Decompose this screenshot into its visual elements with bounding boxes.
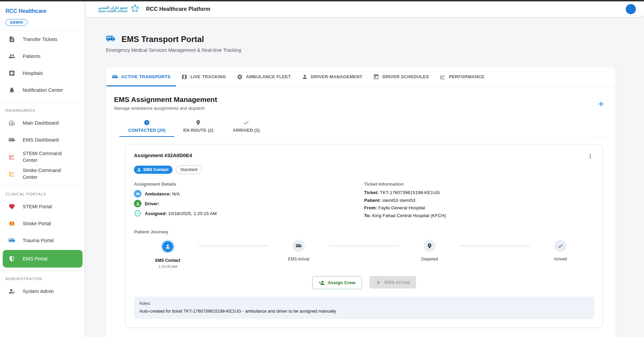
ambulance-icon	[8, 237, 15, 244]
ticket-value: TKT-1760739615198-KE1UG	[380, 190, 440, 195]
section-subtitle: Manage ambulance assignments and dispatc…	[114, 106, 607, 111]
patient-row: Patient: stemi53 stemi53	[364, 198, 595, 203]
ambulance-row: Ambulance: N/A	[134, 190, 364, 197]
sidebar-item-main-dashboard[interactable]: Main Dashboard	[0, 114, 85, 131]
sidebar-item-transfer-tickets[interactable]: Transfer Tickets	[0, 31, 85, 48]
sidebar-item-label: STEMI Portal	[23, 203, 52, 210]
ticket-row: Ticket: TKT-1760739615198-KE1UG	[364, 190, 595, 195]
sidebar-item-stroke-portal[interactable]: Stroke Portal	[0, 215, 85, 232]
user-avatar[interactable]	[626, 4, 636, 14]
tab-label: ACTIVE TRANSPORTS	[121, 74, 170, 79]
ambulance-icon	[8, 136, 15, 143]
driver-label: Driver:	[145, 201, 160, 206]
clock-icon	[134, 210, 141, 217]
play-icon	[375, 279, 382, 286]
sidebar-item-stemi-portal[interactable]: STEMI Portal	[0, 198, 85, 215]
status-badge: EMS Contact	[134, 166, 172, 174]
page-title: EMS Transport Portal	[121, 35, 204, 44]
journey-step-time: 1:25:00 AM	[158, 265, 177, 269]
person-add-icon	[319, 280, 325, 286]
priority-badge: Standard	[176, 165, 202, 174]
sidebar: RCC Healthcare ADMIN Transfer Tickets Pa…	[0, 1, 85, 337]
tab-contacted[interactable]: CONTACTED (20)	[119, 116, 174, 137]
tab-performance[interactable]: PERFORMANCE	[434, 67, 490, 86]
ems-arrival-button[interactable]: EMS Arrival	[369, 276, 416, 289]
tab-active-transports[interactable]: ACTIVE TRANSPORTS	[107, 67, 176, 86]
to-row: To: King Fahad Central Hospital (KFCH)	[364, 213, 595, 218]
sidebar-item-stemi-command-center[interactable]: STEMI Command Center	[0, 148, 85, 165]
journey-connector	[329, 246, 399, 246]
sidebar-item-stroke-command-center[interactable]: Stroke Command Center	[0, 165, 85, 182]
chart-icon	[440, 74, 446, 80]
ems-arrival-label: EMS Arrival	[385, 280, 410, 285]
person-icon	[302, 74, 308, 80]
assignment-title: Assignment #32A0D0E4	[134, 152, 192, 158]
people-icon	[8, 53, 15, 60]
sidebar-brand[interactable]: RCC Healthcare	[0, 1, 85, 18]
pin-icon	[423, 240, 436, 252]
journey-step-ems-arrival: EMS Arrival	[278, 240, 319, 261]
sidebar-section-administration: ADMINISTRATION	[0, 271, 85, 283]
document-icon	[8, 36, 15, 43]
sidebar-item-label: Stroke Command Center	[23, 167, 73, 181]
map-icon	[181, 74, 187, 80]
assign-crew-label: Assign Crew	[328, 280, 355, 285]
pin-icon	[195, 120, 201, 126]
tab-label: PERFORMANCE	[449, 74, 484, 79]
sidebar-item-label: System Admin	[23, 288, 54, 295]
shield-icon	[8, 255, 15, 262]
sidebar-section-dashboards: DASHBOARDS	[0, 102, 85, 114]
section-title: EMS Assignment Management	[114, 96, 607, 104]
patient-value: stemi53 stemi53	[382, 198, 415, 203]
tab-en-route[interactable]: EN ROUTE (2)	[174, 116, 222, 137]
org-logo: تجمع جازان الصحي Jazan Health Cluster	[98, 3, 140, 15]
card-menu-button[interactable]	[586, 152, 594, 162]
person-gear-icon	[8, 288, 15, 295]
ems-contact-icon	[137, 167, 141, 172]
tab-driver-schedules[interactable]: DRIVER SCHEDULES	[368, 67, 434, 86]
chart-icon	[8, 153, 15, 160]
journey-step-label: EMS Arrival	[288, 257, 309, 261]
status-badge-label: EMS Contact	[143, 167, 168, 172]
driver-row: Driver:	[134, 200, 364, 207]
sidebar-item-notification-center[interactable]: Notification Center	[0, 82, 85, 99]
from-row: From: Fayfa General Hospital	[364, 205, 595, 210]
journey-step-ems-contact: EMS Contact 1:25:00 AM	[147, 240, 188, 269]
journey-step-departed: Departed	[409, 240, 450, 261]
sidebar-item-ems-portal[interactable]: EMS Portal	[3, 250, 83, 268]
sidebar-item-label: Stroke Portal	[23, 220, 51, 227]
assign-crew-button[interactable]: Assign Crew	[312, 276, 362, 289]
ambulance-label: Ambulance:	[145, 191, 171, 196]
sidebar-item-label: Notification Center	[23, 87, 63, 93]
hospital-icon	[8, 70, 15, 77]
assignment-card: Assignment #32A0D0E4 EMS Contact Standar…	[125, 145, 603, 328]
tab-driver-management[interactable]: DRIVER MANAGEMENT	[296, 67, 368, 86]
add-assignment-button[interactable]	[595, 98, 607, 110]
tab-arrived[interactable]: ARRIVED (2)	[222, 116, 270, 137]
sidebar-item-ems-dashboard[interactable]: EMS Dashboard	[0, 131, 85, 148]
gear-icon	[237, 74, 243, 80]
sidebar-item-system-admin[interactable]: System Admin	[0, 283, 85, 300]
check-icon	[554, 240, 567, 252]
chart-icon	[8, 170, 15, 177]
tab-live-tracking[interactable]: LIVE TRACKING	[176, 67, 231, 86]
patient-label: Patient:	[364, 198, 381, 203]
sidebar-item-hospitals[interactable]: Hospitals	[0, 65, 85, 82]
ambulance-icon	[106, 34, 115, 45]
journey-step-label: EMS Contact	[155, 258, 180, 263]
assignment-details: Assignment Details Ambulance: N/A Driver…	[134, 182, 364, 220]
to-value: King Fahad Central Hospital (KFCH)	[372, 213, 446, 218]
main-area: تجمع جازان الصحي Jazan Health Cluster RC…	[85, 1, 644, 337]
notes-box: Notes: Auto-created for ticket TKT-17607…	[134, 297, 594, 319]
tab-label: DRIVER SCHEDULES	[382, 74, 429, 79]
sidebar-item-label: Patients	[23, 53, 40, 60]
sidebar-item-trauma-portal[interactable]: Trauma Portal	[0, 232, 85, 249]
ticket-label: Ticket:	[364, 190, 379, 195]
sidebar-item-patients[interactable]: Patients	[0, 48, 85, 65]
status-tab-label: EN ROUTE (2)	[183, 128, 213, 133]
sidebar-section-clinical-portals: CLINICAL PORTALS	[0, 186, 85, 198]
tab-ambulance-fleet[interactable]: AMBULANCE FLEET	[231, 67, 296, 86]
from-value: Fayfa General Hospital	[378, 205, 425, 210]
ambulance-icon	[112, 74, 118, 80]
logo-english-text: Jazan Health Cluster	[98, 9, 128, 13]
